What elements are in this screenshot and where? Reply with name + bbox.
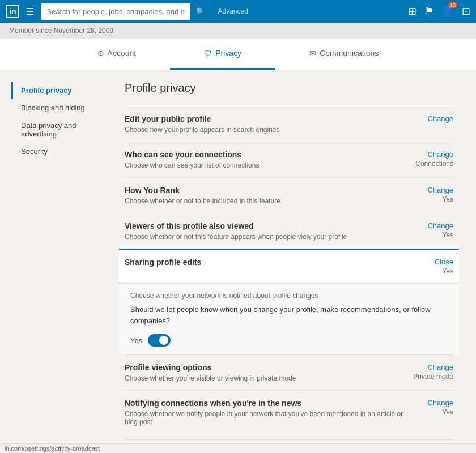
- sharing-desc: Choose whether your network is notified …: [130, 292, 448, 300]
- sidebar-item-security[interactable]: Security: [11, 143, 113, 160]
- nav-icons-group: ⊞ ⚑ 👤 10 ⊡: [408, 5, 470, 18]
- toggle-switch-sharing[interactable]: [148, 334, 171, 347]
- setting-value-notifying: Yes: [408, 408, 453, 416]
- notifications-icon[interactable]: 👤 10: [441, 5, 454, 18]
- change-link-viewers[interactable]: Change: [408, 221, 453, 230]
- communications-icon: ✉: [309, 49, 316, 58]
- account-icon: ⊙: [97, 49, 104, 58]
- setting-right-viewers: Change Yes: [408, 221, 453, 239]
- setting-desc-notifying: Choose whether we notify people in your …: [125, 410, 408, 426]
- content-area: Profile privacy Edit your public profile…: [113, 82, 465, 453]
- sidebar: Profile privacy Blocking and hiding Data…: [11, 82, 113, 453]
- setting-value-sharing: Yes: [408, 267, 453, 275]
- setting-row-viewers: Viewers of this profile also viewed Choo…: [125, 213, 453, 249]
- flag-icon[interactable]: ⚑: [424, 5, 434, 18]
- sidebar-item-blocking-hiding[interactable]: Blocking and hiding: [11, 99, 113, 117]
- sub-header: Member since November 28, 2009: [0, 23, 476, 39]
- search-input[interactable]: [41, 4, 190, 19]
- sharing-expanded-content: Choose whether your network is notified …: [119, 283, 459, 354]
- notification-badge: 10: [448, 2, 457, 8]
- setting-row-notifying: Notifying connections when you're in the…: [125, 390, 453, 434]
- tab-bar: ⊙ Account 🛡 Privacy ✉ Communications: [0, 39, 476, 70]
- setting-left-public-profile: Edit your public profile Choose how your…: [125, 114, 408, 134]
- setting-left-profile-viewing: Profile viewing options Choose whether y…: [125, 363, 408, 382]
- setting-right-profile-viewing: Change Private mode: [408, 363, 453, 381]
- sharing-expanded-question: Should we let people know when you chang…: [130, 304, 448, 326]
- setting-right-public-profile: Change: [408, 114, 453, 123]
- setting-row-profile-viewing: Profile viewing options Choose whether y…: [125, 354, 453, 390]
- setting-row-public-profile: Edit your public profile Choose how your…: [125, 106, 453, 142]
- tab-communications-label: Communications: [320, 49, 379, 58]
- setting-title-sharing: Sharing profile edits: [125, 258, 408, 267]
- status-bar: in.com/psettings/activity-broadcast: [0, 443, 476, 453]
- setting-desc-how-you-rank: Choose whether or not to be included in …: [125, 197, 408, 205]
- setting-right-notifying: Change Yes: [408, 399, 453, 416]
- setting-value-viewers: Yes: [408, 231, 453, 239]
- linkedin-logo: in: [6, 5, 19, 18]
- setting-value-profile-viewing: Private mode: [408, 373, 453, 381]
- search-button[interactable]: 🔍: [190, 3, 211, 20]
- setting-value-how-you-rank: Yes: [408, 195, 453, 203]
- close-link-sharing[interactable]: Close: [408, 258, 453, 266]
- setting-title-notifying: Notifying connections when you're in the…: [125, 399, 408, 408]
- advanced-search-link[interactable]: Advanced: [218, 7, 248, 15]
- page-title: Profile privacy: [125, 82, 453, 95]
- setting-right-connections: Change Connections: [408, 150, 453, 168]
- setting-right-how-you-rank: Change Yes: [408, 186, 453, 203]
- toggle-label-sharing: Yes: [130, 336, 142, 345]
- setting-left-connections: Who can see your connections Choose who …: [125, 150, 408, 169]
- setting-title-profile-viewing: Profile viewing options: [125, 363, 408, 372]
- setting-title-public-profile: Edit your public profile: [125, 114, 408, 123]
- home-icon[interactable]: ⊞: [408, 5, 416, 18]
- tab-communications[interactable]: ✉ Communications: [275, 39, 413, 70]
- setting-left-notifying: Notifying connections when you're in the…: [125, 399, 408, 426]
- setting-row-sharing: Sharing profile edits Close Yes: [119, 249, 459, 283]
- member-since-text: Member since November 28, 2009: [9, 27, 113, 35]
- search-bar-container: 🔍: [41, 3, 211, 20]
- main-layout: Profile privacy Blocking and hiding Data…: [6, 70, 470, 453]
- setting-title-viewers: Viewers of this profile also viewed: [125, 221, 408, 230]
- setting-left-sharing: Sharing profile edits: [125, 258, 408, 269]
- change-link-connections[interactable]: Change: [408, 150, 453, 159]
- tab-privacy-label: Privacy: [215, 49, 241, 58]
- setting-desc-public-profile: Choose how your profile appears in searc…: [125, 126, 408, 134]
- toggle-row-sharing: Yes: [130, 334, 448, 347]
- profile-icon[interactable]: ⊡: [462, 5, 470, 18]
- tab-privacy[interactable]: 🛡 Privacy: [170, 39, 275, 70]
- setting-left-viewers: Viewers of this profile also viewed Choo…: [125, 221, 408, 241]
- change-link-profile-viewing[interactable]: Change: [408, 363, 453, 371]
- sidebar-item-data-privacy[interactable]: Data privacy and advertising: [11, 117, 113, 143]
- top-navigation: in ☰ 🔍 Advanced ⊞ ⚑ 👤 10 ⊡: [0, 0, 476, 23]
- sidebar-item-profile-privacy[interactable]: Profile privacy: [11, 82, 113, 99]
- setting-desc-viewers: Choose whether or not this feature appea…: [125, 233, 408, 241]
- change-link-notifying[interactable]: Change: [408, 399, 453, 407]
- status-url: in.com/psettings/activity-broadcast: [5, 445, 100, 452]
- change-link-public-profile[interactable]: Change: [408, 114, 453, 123]
- menu-icon[interactable]: ☰: [24, 4, 36, 19]
- setting-desc-profile-viewing: Choose whether you're visible or viewing…: [125, 374, 408, 382]
- setting-row-how-you-rank: How You Rank Choose whether or not to be…: [125, 177, 453, 213]
- tab-account[interactable]: ⊙ Account: [63, 39, 171, 70]
- tab-account-label: Account: [108, 49, 137, 58]
- setting-desc-connections: Choose who can see your list of connecti…: [125, 161, 408, 169]
- change-link-how-you-rank[interactable]: Change: [408, 186, 453, 194]
- setting-row-connections: Who can see your connections Choose who …: [125, 142, 453, 177]
- setting-title-how-you-rank: How You Rank: [125, 186, 408, 195]
- privacy-icon: 🛡: [204, 49, 212, 58]
- setting-title-connections: Who can see your connections: [125, 150, 408, 159]
- setting-left-how-you-rank: How You Rank Choose whether or not to be…: [125, 186, 408, 205]
- setting-right-sharing: Close Yes: [408, 258, 453, 275]
- setting-value-connections: Connections: [408, 160, 453, 168]
